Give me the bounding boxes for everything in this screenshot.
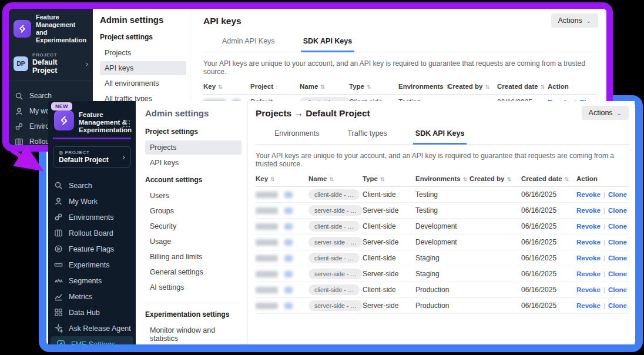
- new-badge: NEW: [51, 102, 72, 110]
- front-main: Projects → Default Project Actions ⌄ Env…: [248, 101, 635, 344]
- nav-item-ai-settings[interactable]: AI settings: [145, 280, 242, 294]
- table-header: Key⇅ Project↑ Name⇅ Type⇅ Environments⇅ …: [203, 77, 598, 95]
- sidebar-item-fme-settings[interactable]: FME Settings: [51, 336, 133, 344]
- tab-environments[interactable]: Environments: [272, 126, 321, 144]
- key-name-pill: server-side - …: [308, 300, 363, 311]
- tab-sdk-api-keys[interactable]: SDK API Keys: [413, 126, 467, 145]
- project-selector[interactable]: DP PROJECT Default Project ›: [9, 48, 93, 81]
- sidebar-item-metrics[interactable]: Metrics: [48, 289, 136, 304]
- redacted-key: [256, 303, 278, 309]
- metrics-icon: [54, 292, 63, 301]
- search-icon: [15, 92, 24, 101]
- copy-key-blur: [284, 207, 293, 214]
- chevron-right-icon: ›: [86, 59, 88, 68]
- tab-traffic-types[interactable]: Traffic types: [345, 126, 389, 144]
- copy-key-blur: [284, 192, 293, 198]
- revoke-link[interactable]: Revoke: [576, 223, 601, 230]
- revoke-link[interactable]: Revoke: [576, 302, 601, 309]
- nav-item-api-keys[interactable]: API keys: [100, 61, 186, 75]
- sidebar-item-search[interactable]: Search: [48, 177, 136, 193]
- split-logo-icon: [14, 20, 31, 38]
- project-name: Default Project: [32, 58, 82, 75]
- breadcrumb-title: Projects → Default Project: [256, 106, 370, 119]
- revoke-link[interactable]: Revoke: [576, 239, 601, 246]
- nav-item-monitor-window[interactable]: Monitor window and statistics: [145, 323, 242, 344]
- clone-link[interactable]: Clone: [608, 302, 627, 309]
- admin-settings-title: Admin settings: [145, 108, 242, 118]
- sort-icon: ⇅: [463, 176, 468, 182]
- sidebar-item-experiments[interactable]: Experiments: [48, 257, 136, 273]
- sort-icon: ⇅: [565, 176, 569, 182]
- sparkle-icon: [54, 324, 63, 333]
- revoke-link[interactable]: Revoke: [576, 254, 601, 262]
- table-row: server-side - … Server-side Production 0…: [256, 298, 629, 314]
- app-launcher-grid-icon[interactable]: [123, 120, 130, 128]
- revoke-link[interactable]: Revoke: [576, 207, 601, 214]
- clone-link[interactable]: Clone: [608, 223, 627, 230]
- brand-divider: [53, 138, 131, 139]
- sidebar-item-data-hub[interactable]: Data Hub: [48, 304, 136, 320]
- sort-icon: ⇅: [380, 176, 385, 182]
- nav-item-projects[interactable]: Projects: [145, 140, 242, 155]
- clone-link[interactable]: Clone: [608, 286, 627, 293]
- copy-key-blur: [284, 303, 293, 309]
- user-icon: [15, 107, 24, 116]
- page-title: API keys: [203, 14, 242, 26]
- key-name-pill: client-side - …: [308, 284, 360, 295]
- sidebar-item-ask-release-agent[interactable]: Ask Release Agent: [48, 320, 136, 336]
- sidebar-item-segments[interactable]: Segments: [48, 273, 136, 289]
- project-selector[interactable]: ◎ PROJECT Default Project ›: [53, 146, 131, 168]
- copy-key-blur: [284, 271, 293, 277]
- clone-link[interactable]: Clone: [608, 191, 627, 198]
- fme-settings-icon: [56, 340, 65, 344]
- redacted-key: [256, 271, 278, 277]
- clone-link[interactable]: Clone: [608, 207, 627, 214]
- nav-item-usage[interactable]: Usage: [145, 235, 242, 249]
- description-text: Your API keys are unique to your account…: [256, 152, 629, 168]
- nav-section-header: Project settings: [145, 128, 242, 136]
- tab-sdk-api-keys[interactable]: SDK API Keys: [301, 34, 355, 52]
- nav-item-security[interactable]: Security: [145, 219, 242, 233]
- sidebar-item-rollout-board[interactable]: Rollout Board: [48, 225, 136, 241]
- nav-item-api-keys[interactable]: API keys: [145, 156, 242, 170]
- nav-item-general-settings[interactable]: General settings: [145, 265, 242, 279]
- nav-section-header: Experimentation settings: [145, 310, 242, 319]
- actions-button[interactable]: Actions ⌄: [582, 106, 629, 120]
- key-name-pill: client-side - …: [308, 189, 360, 200]
- revoke-link[interactable]: Revoke: [576, 191, 601, 198]
- table-row: server-side - … Server-side Testing 06/1…: [256, 203, 629, 219]
- clone-link[interactable]: Clone: [608, 254, 627, 262]
- front-sidebar-nav: Search My Work Environments Rollout Boar…: [48, 177, 136, 344]
- project-name: Default Project: [59, 156, 109, 164]
- sort-icon: ⇅: [367, 84, 371, 90]
- table-row: server-side - … Server-side Staging 06/1…: [256, 266, 629, 282]
- data-hub-icon: [54, 308, 63, 317]
- nav-item-users[interactable]: Users: [145, 189, 242, 203]
- sort-icon: ⇅: [218, 84, 223, 90]
- clone-link[interactable]: Clone: [608, 239, 627, 246]
- annotation-arrow: [2, 146, 53, 180]
- table-row: client-side - … Client-side Production 0…: [256, 282, 629, 298]
- nav-item-all-environments[interactable]: All environments: [100, 76, 186, 91]
- tab-admin-api-keys[interactable]: Admin API Keys: [220, 34, 277, 52]
- sort-icon: ⇅: [320, 84, 325, 90]
- sidebar-item-feature-flags[interactable]: Feature Flags: [48, 241, 136, 257]
- revoke-link[interactable]: Revoke: [576, 286, 601, 293]
- redacted-key: [256, 207, 278, 214]
- table-header: Key⇅ Name⇅ Type⇅ Environments⇅ Created b…: [256, 169, 629, 187]
- nav-item-projects[interactable]: Projects: [100, 46, 186, 60]
- sidebar-item-my-work[interactable]: My Work: [48, 193, 136, 209]
- back-tabs: Admin API Keys SDK API Keys: [203, 28, 598, 52]
- split-logo-icon: [54, 110, 74, 130]
- sidebar-item-environments[interactable]: Environments: [48, 209, 136, 225]
- sort-icon: ⇅: [485, 84, 489, 90]
- project-label: PROJECT: [32, 52, 82, 58]
- revoke-link[interactable]: Revoke: [576, 270, 601, 277]
- clone-link[interactable]: Clone: [608, 270, 627, 277]
- actions-button[interactable]: Actions ⌄: [551, 14, 598, 28]
- key-name-pill: server-side - …: [308, 237, 363, 247]
- sort-icon: ⇅: [329, 176, 334, 182]
- project-dot-icon: ◎: [59, 150, 63, 155]
- nav-item-billing-and-limits[interactable]: Billing and limits: [145, 250, 242, 264]
- nav-item-groups[interactable]: Groups: [145, 204, 242, 218]
